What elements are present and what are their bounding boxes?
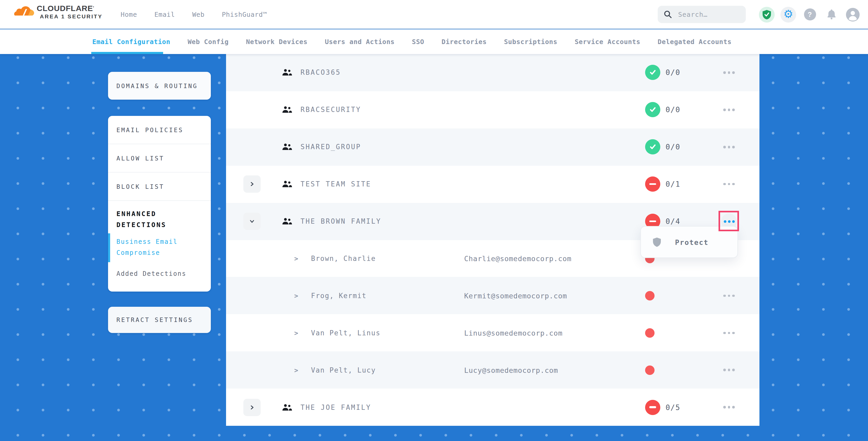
row-menu-button[interactable]: [717, 288, 741, 304]
expand-button[interactable]: [243, 399, 261, 416]
unprotected-minus-icon: [645, 177, 660, 192]
user-name: Frog, Kermit: [311, 292, 367, 300]
row-menu-button[interactable]: [717, 362, 741, 378]
shield-icon: [653, 237, 661, 247]
group-name: RBACO365: [301, 69, 341, 76]
table-row-group[interactable]: THE JOE FAMILY 0/5: [226, 388, 760, 426]
status-count: 0/5: [665, 403, 681, 411]
cloudflare-cloud-icon: [14, 5, 34, 21]
user-email: Charlie@somedemocorp.com: [464, 254, 571, 263]
primary-nav: Home Email Web PhishGuard™: [121, 0, 267, 29]
table-row-group[interactable]: SHARED_GROUP 0/0: [226, 128, 760, 166]
nav-item-web[interactable]: Web: [192, 10, 205, 18]
bell-icon[interactable]: [824, 6, 839, 22]
tab-delegated-accounts[interactable]: Delegated Accounts: [658, 38, 732, 45]
sidebar-item-retract-settings[interactable]: RETRACT SETTINGS: [108, 307, 211, 333]
status-count: 0/1: [665, 180, 681, 188]
nav-item-phishguard[interactable]: PhishGuard™: [222, 10, 267, 18]
annotation-highlight-box: [718, 211, 739, 231]
group-icon: [282, 181, 292, 187]
row-menu-button[interactable]: [717, 102, 741, 118]
tab-service-accounts[interactable]: Service Accounts: [575, 38, 640, 45]
logo-title: CLOUDFLARE: [37, 4, 93, 12]
protected-check-icon: [645, 65, 660, 80]
status-count: 0/0: [665, 68, 681, 77]
search-bar[interactable]: [658, 6, 746, 23]
logo-subtitle: AREA 1 SECURITY: [40, 13, 102, 20]
unprotected-dot: [645, 365, 655, 375]
account-icon[interactable]: [845, 6, 861, 22]
user-caret-icon: >: [294, 292, 298, 300]
tab-network-devices[interactable]: Network Devices: [246, 38, 308, 45]
collapse-button[interactable]: [243, 213, 261, 230]
table-row-user[interactable]: > Frog, Kermit Kermit@somedemocorp.com: [226, 277, 760, 314]
active-tab-underline: [91, 52, 163, 54]
sidebar-item-allow-list[interactable]: ALLOW LIST: [108, 144, 211, 172]
sidebar-item-domains-routing[interactable]: DOMAINS & ROUTING: [108, 72, 211, 100]
group-icon: [282, 106, 292, 113]
user-email: Linus@somedemocorp.com: [464, 329, 562, 337]
row-menu-button[interactable]: [717, 176, 741, 192]
table-row-user[interactable]: > Van Pelt, Lucy Lucy@somedemocorp.com: [226, 352, 760, 389]
group-name: THE BROWN FAMILY: [301, 217, 381, 225]
logo-text: CLOUDFLARE' AREA 1 SECURITY: [37, 4, 102, 20]
sidebar-section-enhanced-detections[interactable]: ENHANCED DETECTIONS: [108, 201, 211, 231]
protect-menu-item[interactable]: Protect: [675, 238, 709, 246]
tab-users-and-actions[interactable]: Users and Actions: [325, 38, 395, 45]
user-caret-icon: >: [294, 366, 298, 374]
table-row-group[interactable]: RBACO365 0/0: [226, 54, 760, 91]
status-count: 0/4: [665, 217, 681, 225]
tab-subscriptions[interactable]: Subscriptions: [504, 38, 557, 45]
status-count: 0/0: [665, 143, 681, 151]
protected-check-icon: [645, 139, 660, 155]
logo-trademark: ': [93, 6, 94, 10]
help-icon[interactable]: ?: [802, 6, 818, 22]
sidebar-item-business-email-compromise[interactable]: Business Email Compromise: [108, 231, 211, 263]
user-name: Brown, Charlie: [311, 255, 376, 262]
row-menu-button[interactable]: [717, 139, 741, 155]
unprotected-minus-icon: [645, 400, 660, 415]
unprotected-dot: [645, 328, 655, 338]
group-icon: [282, 218, 292, 225]
user-caret-icon: >: [294, 255, 298, 262]
sidebar-item-block-list[interactable]: BLOCK LIST: [108, 172, 211, 201]
group-name: TEST TEAM SITE: [301, 180, 371, 188]
group-name: THE JOE FAMILY: [301, 403, 371, 411]
sidebar-item-added-detections[interactable]: Added Detections: [108, 263, 211, 284]
user-caret-icon: >: [294, 329, 298, 337]
tab-web-config[interactable]: Web Config: [187, 38, 229, 45]
sidebar-item-email-policies[interactable]: EMAIL POLICIES: [108, 116, 211, 144]
tab-directories[interactable]: Directories: [442, 38, 487, 45]
user-name: Van Pelt, Linus: [311, 329, 380, 337]
group-icon: [282, 404, 292, 411]
group-icon: [282, 144, 292, 151]
group-icon: [282, 69, 292, 76]
tab-email-configuration[interactable]: Email Configuration: [92, 38, 170, 45]
row-menu-button[interactable]: [717, 325, 741, 341]
app-window: CLOUDFLARE' AREA 1 SECURITY Home Email W…: [0, 0, 868, 441]
search-input[interactable]: [677, 10, 740, 19]
row-menu-button[interactable]: [717, 399, 741, 415]
user-email: Kermit@somedemocorp.com: [464, 291, 567, 300]
secondary-nav: Email Configuration Web Config Network D…: [0, 29, 868, 54]
shield-check-icon[interactable]: [759, 6, 775, 22]
sidebar-label: DOMAINS & ROUTING: [117, 82, 198, 89]
user-email: Lucy@somedemocorp.com: [464, 366, 558, 374]
gear-icon[interactable]: ⚙: [780, 6, 796, 22]
cloudflare-logo[interactable]: CLOUDFLARE' AREA 1 SECURITY: [14, 4, 102, 21]
status-count: 0/0: [665, 106, 681, 114]
expand-button[interactable]: [243, 176, 261, 193]
row-menu-button[interactable]: [717, 65, 741, 81]
user-name: Van Pelt, Lucy: [311, 366, 376, 374]
nav-item-home[interactable]: Home: [121, 10, 137, 18]
table-row-group[interactable]: RBACSECURITY 0/0: [226, 91, 760, 128]
top-header: CLOUDFLARE' AREA 1 SECURITY Home Email W…: [0, 0, 868, 29]
tab-sso[interactable]: SSO: [412, 38, 424, 45]
table-row-user[interactable]: > Van Pelt, Linus Linus@somedemocorp.com: [226, 314, 760, 352]
protected-check-icon: [645, 102, 660, 118]
table-row-group[interactable]: TEST TEAM SITE 0/1: [226, 165, 760, 203]
nav-item-email[interactable]: Email: [154, 10, 175, 18]
unprotected-dot: [645, 291, 655, 301]
search-icon: [664, 10, 672, 18]
group-name: RBACSECURITY: [301, 106, 361, 114]
